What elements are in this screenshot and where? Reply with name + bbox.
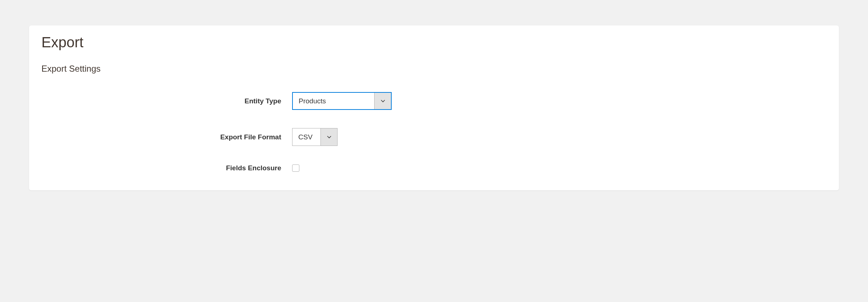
entity-type-select[interactable]: Products xyxy=(292,92,392,110)
chevron-down-icon xyxy=(320,128,337,146)
entity-type-row: Entity Type Products xyxy=(41,92,827,110)
export-file-format-value: CSV xyxy=(292,128,320,146)
fields-enclosure-label: Fields Enclosure xyxy=(41,164,292,172)
page-title: Export xyxy=(41,34,827,51)
entity-type-value: Products xyxy=(293,93,374,109)
fields-enclosure-row: Fields Enclosure xyxy=(41,164,827,172)
export-panel: Export Export Settings Entity Type Produ… xyxy=(29,25,839,190)
export-file-format-row: Export File Format CSV xyxy=(41,128,827,146)
fields-enclosure-checkbox[interactable] xyxy=(292,164,299,172)
entity-type-label: Entity Type xyxy=(41,97,292,105)
export-file-format-label: Export File Format xyxy=(41,133,292,141)
section-title: Export Settings xyxy=(41,64,827,74)
export-file-format-select[interactable]: CSV xyxy=(292,128,338,146)
chevron-down-icon xyxy=(374,93,391,109)
